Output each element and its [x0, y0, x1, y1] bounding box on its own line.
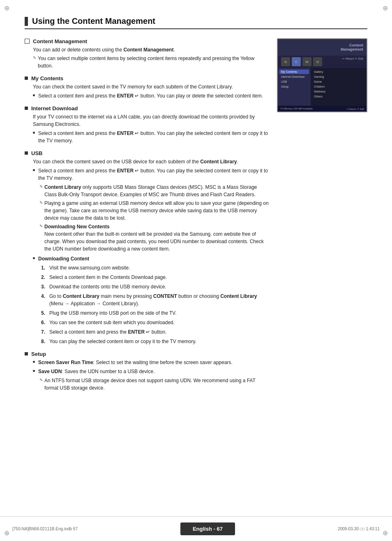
pencil-icon-cm: ✎ [33, 55, 36, 61]
section-title-usb: USB [31, 150, 42, 156]
cm-note1: ✎ You can select multiple content items … [33, 55, 269, 70]
enter-symbol-id: ↵ [135, 130, 139, 136]
section-my-contents: My Contents You can check the content sa… [25, 75, 269, 100]
section-title-id: Internet Download [31, 105, 78, 111]
bullet-dot-s1 [33, 361, 35, 363]
corner-cross-tl: ⊕ [4, 4, 9, 12]
numbered-item-5: 5.Plug the USB memory into USB port on t… [41, 309, 269, 317]
section-title-setup: Setup [31, 351, 46, 357]
usb-note2-text: Playing a game using an external USB mem… [44, 200, 269, 222]
tv-right-menu: Gallery Gaming Game Children Wellness Ot… [311, 68, 367, 106]
tv-icon-game: G [281, 57, 290, 66]
step-text-2: Select a content item in the Contents Do… [49, 274, 167, 281]
tv-menu-mycontents: My Contents [279, 70, 309, 74]
page-title-bar: Using the Content Management [25, 16, 367, 29]
mc-bullet1: Select a content item and press the ENTE… [33, 92, 269, 100]
step-text-4: Go to Content Library main menu by press… [49, 293, 269, 307]
cl-bold: Content Library [44, 184, 81, 190]
step-text-3: Download the contents onto the USB memor… [49, 283, 166, 290]
step-num-5: 5. [41, 309, 49, 317]
usb-note3-title: Downloading New Contents [44, 224, 110, 230]
id-bullet1-text: Select a content item and press the ENTE… [38, 130, 269, 144]
tv-right-game: Game [312, 79, 365, 84]
usb-dl-bullet: Downloading Content [33, 255, 269, 262]
corner-cross-tr: ⊕ [383, 4, 388, 12]
usb-cl-bold: Content Library [200, 159, 237, 165]
section-title-mc: My Contents [31, 75, 63, 81]
tv-right-gallery: Gallery [312, 70, 365, 74]
tv-icon-multiview: M [302, 57, 311, 66]
tv-right-wellness: Wellness [312, 89, 365, 94]
cm-note1-text: You can select multiple content items by… [38, 55, 269, 70]
enter-bold-id: ENTER [117, 130, 134, 136]
tv-menu-usb: USB [279, 79, 309, 84]
step-num-7: 7. [41, 328, 49, 336]
bullet-dot-usb1 [33, 169, 35, 171]
tv-footer-left: TV Memory 100 MB Available [280, 107, 313, 110]
numbered-item-3: 3.Download the contents onto the USB mem… [41, 283, 269, 290]
tv-screen-title: ContentManagement [341, 43, 363, 51]
numbered-item-6: 6.You can see the content sub item which… [41, 319, 269, 326]
step-num-2: 2. [41, 274, 49, 281]
usb-note3-container: Downloading New Contents New content oth… [44, 223, 269, 253]
footer-left: [750-NA]BN68-02111B-Eng.indb 67 [12, 527, 78, 531]
tv-screen-icons: G C M O ↩ Return ✎ Edit [278, 56, 367, 68]
numbered-item-4: 4.Go to Content Library main menu by pre… [41, 293, 269, 307]
bottom-footer: [750-NA]BN68-02111B-Eng.indb 67 English … [0, 516, 392, 541]
section-title-cm: Content Management [33, 38, 87, 44]
tv-screenshot: ContentManagement G C M O ↩ Return ✎ Edi… [277, 38, 367, 112]
numbered-item-7: 7.Select a content item and press the EN… [41, 328, 269, 336]
tv-menu-internetdl: Internet Download [279, 74, 309, 79]
setup-bullet1: Screen Saver Run Time: Select to set the… [33, 359, 269, 366]
usb-note1-text: Content Library only supports USB Mass S… [44, 183, 269, 198]
section-body-cm: You can add or delete contents using the… [33, 46, 269, 70]
mc-intro: You can check the content saved in the T… [33, 83, 269, 91]
tv-screen-footer: TV Memory 100 MB Available ↩ Return ✎ Ed… [278, 106, 367, 111]
footer-language: English [193, 526, 212, 532]
pencil-icon-setup: ✎ [39, 377, 43, 383]
enter-symbol-mc: ↵ [135, 93, 139, 99]
pencil-icon-usb3: ✎ [39, 223, 43, 229]
step-num-8: 8. [41, 338, 49, 345]
tv-right-gaming: Gaming [312, 74, 365, 79]
step-text-6: You can see the content sub item which y… [49, 319, 175, 326]
footer-right: 2009-03-30 □□ 1:43:11 [338, 527, 380, 531]
section-body-mc: You can check the content saved in the T… [33, 83, 269, 100]
section-header-setup: Setup [25, 351, 269, 357]
enter-bold-usb: ENTER [117, 168, 134, 174]
sidebar-image: ContentManagement G C M O ↩ Return ✎ Edi… [277, 38, 367, 397]
cm-bold: Content Management [123, 47, 173, 53]
square-bullet-mc [25, 77, 28, 80]
section-header-usb: USB [25, 150, 269, 156]
tv-screen-header: ContentManagement [278, 39, 367, 56]
page-wrapper: ⊕ ⊕ ⊕ ⊕ Using the Content Management Con… [0, 0, 392, 541]
page-title: Using the Content Management [32, 16, 155, 26]
numbered-item-8: 8.You can play the selected content item… [41, 338, 269, 345]
bullet-dot-id1 [33, 132, 35, 134]
step-text-1: Visit the www.samsung.com website. [49, 264, 130, 272]
content-area: Content Management You can add or delete… [25, 38, 367, 397]
step-num-3: 3. [41, 283, 49, 290]
footer-center: English - 67 [180, 522, 235, 535]
section-body-usb: You can check the content saved on the U… [33, 158, 269, 345]
enter-bold-mc: ENTER [117, 93, 134, 99]
tv-icons-label: ↩ Return ✎ Edit [342, 57, 363, 66]
step-num-4: 4. [41, 293, 49, 300]
pencil-icon-usb2: ✎ [39, 200, 43, 206]
title-accent [25, 17, 28, 26]
usb-subnote3: ✎ Downloading New Contents New content o… [39, 223, 269, 253]
setup-b2-text: Save UDN: Saves the UDN number to a USB … [38, 368, 154, 375]
step-text-8: You can play the selected content item o… [49, 338, 196, 345]
section-usb: USB You can check the content saved on t… [25, 150, 269, 345]
setup-b1-text: Screen Saver Run Time: Select to set the… [38, 359, 233, 366]
pencil-icon-usb1: ✎ [39, 183, 43, 190]
usb-subnote1: ✎ Content Library only supports USB Mass… [39, 183, 269, 198]
setup-note1: ✎ An NTFS format USB storage device does… [39, 377, 269, 392]
id-bullet1: Select a content item and press the ENTE… [33, 130, 269, 144]
sudn-bold: Save UDN [38, 369, 62, 374]
tv-icon-others: O [313, 57, 322, 66]
usb-bullet1: Select a content item and press the ENTE… [33, 167, 269, 182]
square-bullet-id [25, 107, 28, 110]
setup-bullet2: Save UDN: Saves the UDN number to a USB … [33, 368, 269, 375]
usb-intro: You can check the content saved on the U… [33, 158, 269, 165]
